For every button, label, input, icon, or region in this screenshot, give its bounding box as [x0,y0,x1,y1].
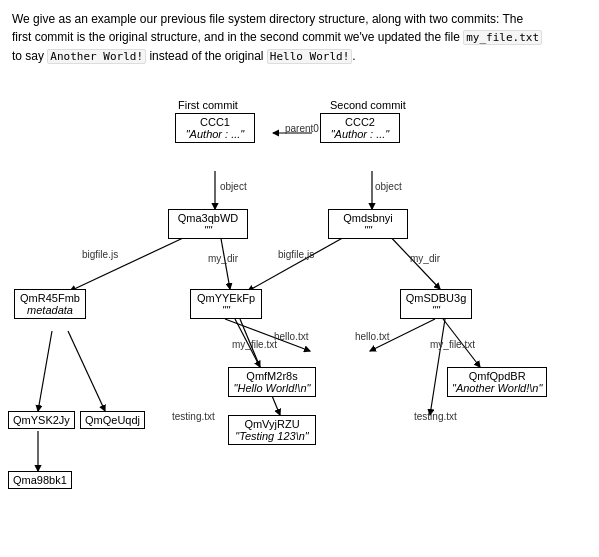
qma3qbwd-val: "" [173,224,243,236]
diagram-area: First commit Second commit CCC1 "Author … [0,71,599,501]
qmfqpdbr-val: "Another World!\n" [452,382,542,394]
hello-txt-label-2: hello.txt [355,331,389,342]
ccc2-id: CCC2 [325,116,395,128]
qmfqpdbr-id: QmfQpdBR [452,370,542,382]
qmr45fmb-node: QmR45Fmb metadata [14,289,86,319]
qmdsbnyi-val: "" [333,224,403,236]
my-file-txt-label-1: my_file.txt [232,339,277,350]
qmvyjrzu-node: QmVyjRZU "Testing 123\n" [228,415,316,445]
qmsdbu3g-val: "" [405,304,467,316]
qmyyekfp-val: "" [195,304,257,316]
parent0-label: parent0 [285,123,319,134]
intro-text-5: . [352,49,355,63]
qmdsbnyi-id: Qmdsbnyi [333,212,403,224]
qmysk2jy-node: QmYSK2Jy [8,411,75,429]
bigfile-js-label-2: bigfile.js [278,249,314,260]
ccc2-node: CCC2 "Author : ..." [320,113,400,143]
qmfm2r8s-node: QmfM2r8s "Hello World!\n" [228,367,316,397]
first-commit-label: First commit [178,99,238,111]
my-dir-label-1: my_dir [208,253,238,264]
my-file-txt-label-2: my_file.txt [430,339,475,350]
testing-txt-label-1: testing.txt [172,411,215,422]
svg-line-14 [68,331,105,411]
svg-line-5 [248,231,355,291]
qma3qbwd-node: Qma3qbWD "" [168,209,248,239]
qmsdbu3g-id: QmSDBU3g [405,292,467,304]
hello-txt-label-1: hello.txt [274,331,308,342]
qmfqpdbr-node: QmfQpdBR "Another World!\n" [447,367,547,397]
intro-code-1: my_file.txt [463,30,542,45]
ccc1-val: "Author : ..." [180,128,250,140]
qmr45fmb-val: metadata [19,304,81,316]
intro-text-4: instead of the original [149,49,263,63]
bigfile-js-label-1: bigfile.js [82,249,118,260]
intro-text-3: to say [12,49,44,63]
intro-text-1: We give as an example our previous file … [12,12,523,26]
intro-code-3: Hello World! [267,49,352,64]
qma3qbwd-id: Qma3qbWD [173,212,243,224]
intro-paragraph: We give as an example our previous file … [0,0,599,71]
qmyyekfp-id: QmYYEkFp [195,292,257,304]
object-label-1: object [220,181,247,192]
object-label-2: object [375,181,402,192]
qmr45fmb-id: QmR45Fmb [19,292,81,304]
qmyyekfp-node: QmYYEkFp "" [190,289,262,319]
qmqeugdj-node: QmQeUqdj [80,411,145,429]
qmfm2r8s-id: QmfM2r8s [233,370,311,382]
ccc2-val: "Author : ..." [325,128,395,140]
intro-code-2: Another World! [47,49,146,64]
second-commit-label: Second commit [330,99,406,111]
qmdsbnyi-node: Qmdsbnyi "" [328,209,408,239]
qmsdbu3g-node: QmSDBU3g "" [400,289,472,319]
qmysk2jy-id: QmYSK2Jy [13,414,70,426]
qmqeugdj-id: QmQeUqdj [85,414,140,426]
qmvyjrzu-val: "Testing 123\n" [233,430,311,442]
testing-txt-label-2: testing.txt [414,411,457,422]
svg-line-13 [38,331,52,411]
qma98bk1-node: Qma98bk1 [8,471,72,489]
qmfm2r8s-val: "Hello World!\n" [233,382,311,394]
qma98bk1-id: Qma98bk1 [13,474,67,486]
svg-line-3 [70,231,198,291]
my-dir-label-2: my_dir [410,253,440,264]
ccc1-id: CCC1 [180,116,250,128]
svg-line-12 [430,319,445,415]
qmvyjrzu-id: QmVyjRZU [233,418,311,430]
intro-text-2: first commit is the original structure, … [12,30,460,44]
ccc1-node: CCC1 "Author : ..." [175,113,255,143]
